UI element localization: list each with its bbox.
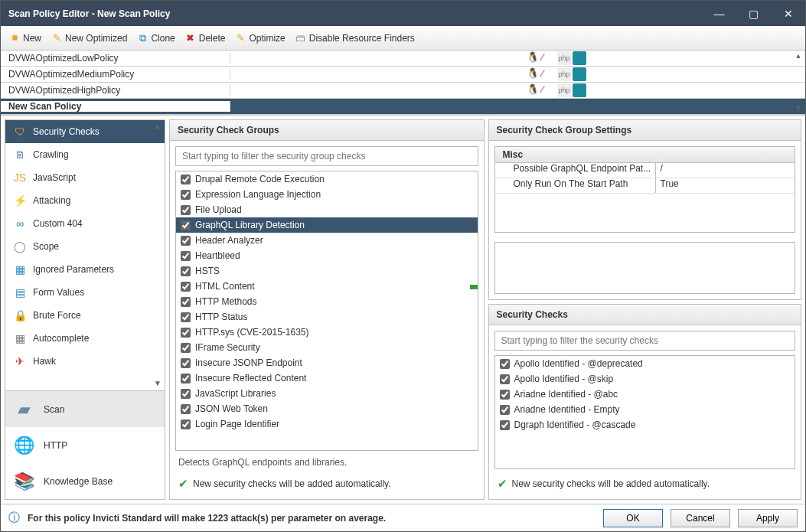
group-label: Expression Language Injection (195, 189, 321, 200)
sidebar-item[interactable]: JSJavaScript (5, 166, 165, 189)
groups-list[interactable]: Drupal Remote Code ExecutionExpression L… (175, 171, 478, 451)
group-checkbox[interactable] (181, 404, 191, 414)
check-checkbox[interactable] (500, 390, 510, 400)
group-checkbox[interactable] (181, 343, 191, 353)
sidebar-item-label: Ignored Parameters (33, 264, 114, 275)
apply-button[interactable]: Apply (738, 509, 798, 527)
group-row[interactable]: Drupal Remote Code Execution (176, 171, 478, 187)
settings-row[interactable]: Only Run On The Start PathTrue (495, 178, 795, 194)
delete-button[interactable]: ✖ Delete (181, 31, 229, 46)
sidebar-item[interactable]: ▦Autocomplete (5, 327, 165, 350)
group-row[interactable]: HTTP Status (176, 309, 478, 325)
close-button[interactable]: ✕ (771, 1, 805, 26)
check-row[interactable]: Apollo Identified - @skip (495, 371, 795, 387)
group-checkbox[interactable] (181, 419, 191, 429)
settings-value[interactable]: True (656, 178, 795, 193)
check-checkbox[interactable] (500, 359, 510, 369)
group-row[interactable]: Header Analyzer (176, 233, 478, 248)
policy-row[interactable]: DVWAOptimizedLowPolicy🐧∕php (1, 51, 805, 67)
group-checkbox[interactable] (181, 266, 191, 276)
minimize-button[interactable]: — (702, 1, 736, 26)
clone-button[interactable]: ⧉ Clone (133, 31, 178, 46)
group-row[interactable]: Heartbleed (176, 248, 478, 263)
group-checkbox[interactable] (181, 312, 191, 322)
group-checkbox[interactable] (181, 358, 191, 368)
groups-filter-input[interactable] (175, 146, 478, 166)
check-checkbox[interactable] (500, 405, 510, 415)
group-row[interactable]: File Upload (176, 202, 478, 217)
group-row[interactable]: Login Page Identifier (176, 416, 478, 432)
group-checkbox[interactable] (181, 175, 191, 184)
group-checkbox[interactable] (181, 251, 191, 261)
sidebar-scroll-up-icon[interactable]: ▲ (154, 122, 163, 130)
sidebar-item[interactable]: ▰Scan (5, 391, 165, 427)
settings-value[interactable]: / (656, 163, 795, 178)
check-row[interactable]: Ariadne Identified - @abc (495, 387, 795, 402)
sidebar-item[interactable]: ∞Custom 404 (5, 212, 165, 235)
group-checkbox[interactable] (181, 205, 191, 215)
disable-finders-button[interactable]: 🗃 Disable Resource Finders (292, 31, 418, 46)
group-row[interactable]: HTTP.sys (CVE-2015-1635) (176, 325, 478, 340)
check-row[interactable]: Dgraph Identified - @cascade (495, 417, 795, 432)
sidebar-item[interactable]: 🗎Crawling (5, 143, 165, 166)
policy-list[interactable]: ▲ DVWAOptimizedLowPolicy🐧∕phpDVWAOptimiz… (1, 51, 805, 116)
group-row[interactable]: JavaScript Libraries (176, 386, 478, 401)
settings-group-misc[interactable]: Misc (495, 147, 795, 163)
checks-list[interactable]: Apollo Identified - @deprecatedApollo Id… (494, 355, 796, 469)
sidebar-item[interactable]: 🛡Security Checks (5, 120, 165, 143)
group-row[interactable]: Expression Language Injection (176, 187, 478, 202)
group-row[interactable]: IFrame Security (176, 340, 478, 355)
policy-row[interactable]: New Scan Policy (1, 99, 805, 115)
group-checkbox[interactable] (181, 328, 191, 338)
group-checkbox[interactable] (181, 190, 191, 200)
new-optimized-button[interactable]: ✎ New Optimized (47, 31, 130, 46)
optimize-label: Optimize (249, 33, 285, 44)
sidebar-item[interactable]: 🔒Brute Force (5, 304, 165, 327)
check-row[interactable]: Ariadne Identified - Empty (495, 402, 795, 417)
ok-button[interactable]: OK (603, 509, 663, 527)
group-label: Insecure JSONP Endpoint (195, 357, 302, 368)
group-row[interactable]: Insecure JSONP Endpoint (176, 355, 478, 370)
php-icon: php (557, 67, 571, 81)
sidebar-item[interactable]: 🌐HTTP (5, 427, 165, 463)
sidebar-scroll-down-icon[interactable]: ▼ (154, 379, 163, 387)
sidebar-item-label: Autocomplete (33, 333, 89, 344)
group-row[interactable]: HTML Content (176, 279, 478, 294)
checks-filter-input[interactable] (494, 331, 796, 351)
sidebar-item-label: Brute Force (33, 310, 81, 321)
group-label: HTML Content (195, 281, 255, 292)
optimize-button[interactable]: ✎ Optimize (231, 31, 288, 46)
group-checkbox[interactable] (181, 389, 191, 399)
sidebar-item[interactable]: ▤Form Values (5, 281, 165, 304)
group-checkbox[interactable] (181, 236, 191, 246)
new-button[interactable]: ✸ New (5, 31, 44, 46)
sidebar-item[interactable]: ◯Scope (5, 235, 165, 258)
policy-row[interactable]: DVWAOptimizedHighPolicy🐧∕php (1, 83, 805, 99)
group-row[interactable]: GraphQL Library Detection (176, 217, 478, 233)
scroll-down-icon[interactable]: ▼ (793, 104, 804, 113)
sidebar-icon: 📚 (13, 471, 34, 492)
group-row[interactable]: Insecure Reflected Content (176, 370, 478, 386)
sidebar-item[interactable]: ▦Ignored Parameters (5, 258, 165, 281)
sidebar-item[interactable]: ✈Hawk (5, 350, 165, 373)
group-checkbox[interactable] (181, 282, 191, 292)
group-row[interactable]: JSON Web Token (176, 401, 478, 416)
check-checkbox[interactable] (500, 420, 510, 430)
group-row[interactable]: HSTS (176, 263, 478, 279)
sidebar-item[interactable]: 📚Knowledge Base (5, 463, 165, 499)
maximize-button[interactable]: ▢ (736, 1, 771, 26)
check-checkbox[interactable] (500, 374, 510, 384)
policy-row[interactable]: DVWAOptimizedMediumPolicy🐧∕php (1, 67, 805, 83)
settings-row[interactable]: Possible GraphQL Endpoint Pat.../ (495, 163, 795, 178)
group-label: JavaScript Libraries (195, 388, 276, 399)
group-checkbox[interactable] (181, 374, 191, 383)
group-row[interactable]: HTTP Methods (176, 294, 478, 309)
sidebar-item[interactable]: ⚡Attacking (5, 189, 165, 212)
group-checkbox[interactable] (181, 220, 191, 230)
group-label: JSON Web Token (195, 403, 268, 414)
cancel-button[interactable]: Cancel (671, 509, 730, 527)
settings-grid[interactable]: Misc Possible GraphQL Endpoint Pat.../On… (494, 146, 796, 233)
scroll-up-icon[interactable]: ▲ (793, 52, 804, 61)
check-row[interactable]: Apollo Identified - @deprecated (495, 356, 795, 371)
group-checkbox[interactable] (181, 297, 191, 307)
